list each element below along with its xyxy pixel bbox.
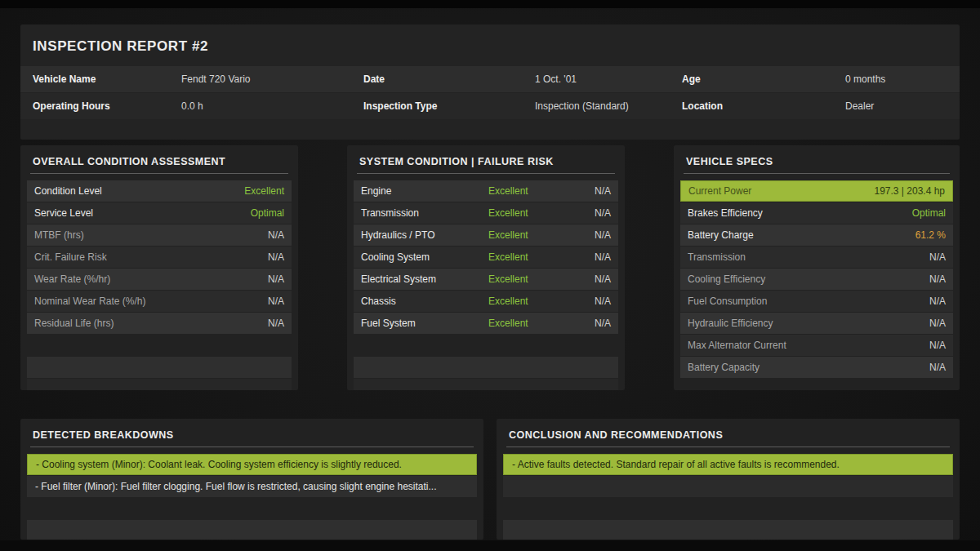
operating-hours-label: Operating Hours — [33, 100, 181, 112]
location-value: Dealer — [845, 100, 947, 112]
stat-row: Service Level Optimal — [27, 202, 292, 224]
stat-label: Crit. Failure Risk — [34, 251, 107, 263]
vehicle-specs-panel: VEHICLE SPECS Current Power 197.3 | 203.… — [674, 145, 960, 390]
spec-label: Hydraulic Efficiency — [688, 318, 773, 329]
spec-value: N/A — [929, 273, 946, 285]
stat-label: Condition Level — [34, 185, 102, 197]
vehicle-specs-rows: Current Power 197.3 | 203.4 hp Brakes Ef… — [674, 180, 960, 378]
spec-value: N/A — [929, 340, 946, 351]
spec-value: Optimal — [912, 207, 946, 219]
report-footer: DETECTED BREAKDOWNS - Cooling system (Mi… — [20, 419, 960, 540]
empty-row — [27, 379, 292, 390]
detected-breakdowns-rows: - Cooling system (Minor): Coolant leak. … — [20, 454, 483, 540]
stat-value: N/A — [268, 273, 284, 285]
stat-value: N/A — [268, 229, 284, 241]
system-risk-value: N/A — [574, 318, 611, 329]
stat-row: Residual Life (hrs) N/A — [27, 313, 292, 334]
empty-row — [503, 476, 953, 497]
row-spacer — [503, 498, 953, 519]
system-row: Engine Excellent N/A — [354, 180, 618, 202]
system-condition-value: Excellent — [488, 318, 574, 329]
date-value: 1 Oct. '01 — [535, 73, 682, 85]
inspection-type-label: Inspection Type — [363, 100, 535, 112]
page-title: INSPECTION REPORT #2 — [20, 24, 960, 66]
system-risk-value: N/A — [574, 273, 611, 285]
stat-row: Condition Level Excellent — [27, 180, 292, 202]
spec-value: 61.2 % — [915, 229, 946, 241]
inspection-report-page: INSPECTION REPORT #2 Vehicle Name Fendt … — [0, 0, 980, 551]
spec-row: Transmission N/A — [680, 247, 953, 268]
spec-label: Transmission — [688, 251, 746, 263]
conclusion-title: CONCLUSION AND RECOMMENDATIONS — [506, 429, 950, 447]
spec-value: N/A — [929, 318, 946, 329]
system-condition-panel: SYSTEM CONDITION | FAILURE RISK Engine E… — [347, 145, 625, 390]
age-label: Age — [682, 73, 845, 85]
empty-row — [354, 357, 618, 378]
spec-label: Battery Capacity — [688, 362, 760, 373]
stat-row: Nominal Wear Rate (%/h) N/A — [27, 291, 292, 312]
detected-breakdowns-title: DETECTED BREAKDOWNS — [30, 429, 474, 447]
spec-value: N/A — [929, 295, 946, 307]
header-row-1: Vehicle Name Fendt 720 Vario Date 1 Oct.… — [20, 66, 960, 92]
spec-row: Max Alternator Current N/A — [680, 335, 953, 356]
report-body: OVERALL CONDITION ASSESSMENT Condition L… — [20, 145, 960, 390]
system-risk-value: N/A — [574, 251, 611, 263]
system-name: Transmission — [361, 207, 488, 219]
inspection-type-value: Inspection (Standard) — [535, 100, 682, 112]
bottom-bar — [0, 540, 980, 551]
spec-row: Battery Capacity N/A — [680, 357, 953, 378]
spec-row: Hydraulic Efficiency N/A — [680, 313, 953, 334]
system-risk-value: N/A — [574, 207, 611, 219]
stat-label: Service Level — [34, 207, 93, 219]
spec-label: Brakes Efficiency — [688, 207, 763, 219]
spec-row: Battery Charge 61.2 % — [680, 224, 953, 246]
system-row: Fuel System Excellent N/A — [354, 313, 618, 334]
spec-label: Current Power — [688, 185, 751, 197]
stat-row: MTBF (hrs) N/A — [27, 224, 292, 246]
spec-label: Fuel Consumption — [688, 295, 767, 307]
system-name: Engine — [361, 185, 488, 197]
spec-row: Brakes Efficiency Optimal — [680, 202, 953, 224]
overall-condition-title: OVERALL CONDITION ASSESSMENT — [30, 156, 288, 174]
breakdown-item-highlighted: - Cooling system (Minor): Coolant leak. … — [27, 454, 477, 475]
system-name: Electrical System — [361, 273, 488, 285]
conclusion-rows: - Active faults detected. Standard repai… — [497, 454, 960, 540]
stat-row: Wear Rate (%/hr) N/A — [27, 269, 292, 290]
system-condition-title: SYSTEM CONDITION | FAILURE RISK — [357, 156, 615, 174]
top-bar — [0, 0, 980, 8]
stat-value: N/A — [268, 251, 284, 263]
system-name: Hydraulics / PTO — [361, 229, 488, 241]
spec-label: Max Alternator Current — [688, 340, 786, 351]
system-condition-value: Excellent — [488, 207, 574, 219]
system-condition-value: Excellent — [488, 229, 574, 241]
stat-value: Optimal — [251, 207, 284, 219]
empty-row — [503, 520, 953, 540]
system-condition-value: Excellent — [488, 185, 574, 197]
row-spacer — [27, 335, 292, 356]
stat-value: Excellent — [244, 185, 284, 197]
system-name: Cooling System — [361, 251, 488, 263]
system-condition-value: Excellent — [488, 295, 574, 307]
spec-value: 197.3 | 203.4 hp — [874, 185, 945, 197]
header-row-2: Operating Hours 0.0 h Inspection Type In… — [20, 93, 960, 119]
overall-condition-rows: Condition Level Excellent Service Level … — [20, 180, 298, 390]
spec-label: Battery Charge — [688, 229, 754, 241]
spec-value: N/A — [929, 362, 946, 373]
overall-condition-panel: OVERALL CONDITION ASSESSMENT Condition L… — [20, 145, 298, 390]
spec-row: Cooling Efficiency N/A — [680, 269, 953, 290]
stat-value: N/A — [268, 318, 284, 329]
spec-label: Cooling Efficiency — [688, 273, 765, 285]
system-row: Cooling System Excellent N/A — [354, 247, 618, 268]
date-label: Date — [363, 73, 535, 85]
breakdown-item: - Fuel filter (Minor): Fuel filter clogg… — [27, 476, 477, 497]
system-name: Fuel System — [361, 318, 488, 329]
empty-row — [27, 520, 477, 540]
system-condition-value: Excellent — [488, 251, 574, 263]
system-name: Chassis — [361, 295, 488, 307]
vehicle-name-value: Fendt 720 Vario — [181, 73, 363, 85]
system-condition-rows: Engine Excellent N/A Transmission Excell… — [347, 180, 625, 390]
system-row: Chassis Excellent N/A — [354, 291, 618, 312]
system-risk-value: N/A — [574, 185, 611, 197]
spec-value: N/A — [929, 251, 946, 263]
system-risk-value: N/A — [574, 229, 611, 241]
